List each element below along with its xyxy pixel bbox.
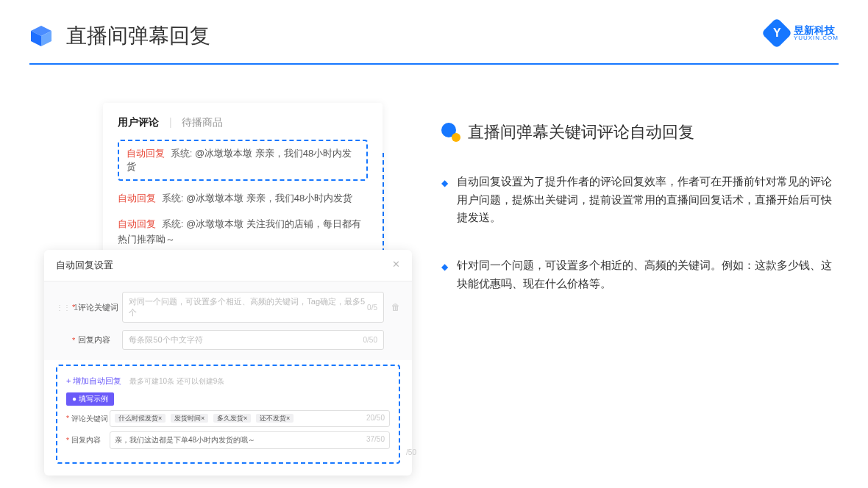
header-divider bbox=[29, 63, 839, 65]
example-content-input: 亲，我们这边都是下单48小时内发货的哦～ 37/50 bbox=[110, 431, 390, 449]
description-paragraph: ◆ 针对同一个问题，可设置多个相近的、高频的关键词。例如：这款多少钱、这块能优惠… bbox=[441, 256, 839, 293]
section-heading: 直播间弹幕关键词评论自动回复 bbox=[441, 121, 839, 143]
brand-logo: Y 昱新科技 YUUXIN.COM bbox=[766, 22, 839, 44]
content-counter: 0/50 bbox=[363, 336, 377, 344]
example-keyword-counter: 20/50 bbox=[366, 414, 385, 423]
required-star: * bbox=[72, 303, 75, 312]
system-label: 系统: bbox=[162, 193, 184, 204]
keyword-row: ⋮⋮1 * 评论关键词 对同一个问题，可设置多个相近、高频的关键词，Tag确定，… bbox=[56, 292, 400, 323]
drag-handle-icon[interactable]: ⋮⋮ bbox=[56, 304, 71, 312]
required-star: * bbox=[72, 336, 75, 345]
bubble-icon bbox=[441, 123, 460, 142]
example-block: + 增加自动回复 最多可建10条 还可以创建9条 ● 填写示例 * 评论关键词 … bbox=[56, 365, 400, 464]
panel-tabs: 用户评论 | 待播商品 bbox=[118, 116, 368, 129]
auto-reply-tag: 自动回复 bbox=[127, 148, 165, 159]
reply-text: @冰墩墩本墩 亲亲，我们48小时内发货 bbox=[186, 193, 352, 204]
system-label: 系统: bbox=[162, 218, 184, 229]
comments-panel: 用户评论 | 待播商品 自动回复 系统: @冰墩墩本墩 亲亲，我们48小时内发货… bbox=[103, 103, 383, 262]
required-star: * bbox=[66, 437, 69, 445]
example-content-counter: 37/50 bbox=[366, 435, 385, 445]
reply-item: 自动回复 系统: @冰墩墩本墩 亲亲，我们48小时内发货 bbox=[118, 191, 368, 207]
add-auto-reply-link[interactable]: + 增加自动回复 bbox=[66, 376, 121, 385]
cube-icon bbox=[29, 24, 53, 48]
tag-chip: 什么时候发货× bbox=[115, 414, 166, 423]
placeholder-text: 每条限50个中文字符 bbox=[129, 334, 202, 345]
diamond-bullet-icon: ◆ bbox=[441, 259, 448, 293]
description-paragraph: ◆ 自动回复设置为了提升作者的评论回复效率，作者可在开播前针对常见的评论用户问题… bbox=[441, 173, 839, 227]
content-input[interactable]: 每条限50个中文字符 0/50 bbox=[122, 330, 384, 350]
paragraph-text: 针对同一个问题，可设置多个相近的、高频的关键词。例如：这款多少钱、这块能优惠吗、… bbox=[457, 256, 839, 293]
tab-separator: | bbox=[169, 116, 172, 128]
tab-pending-goods[interactable]: 待播商品 bbox=[182, 116, 223, 128]
section-title: 直播间弹幕关键词评论自动回复 bbox=[468, 121, 694, 143]
keyword-counter: 0/5 bbox=[367, 304, 377, 312]
required-star: * bbox=[66, 415, 69, 423]
delete-icon[interactable]: 🗑 bbox=[391, 302, 400, 312]
highlighted-reply: 自动回复 系统: @冰墩墩本墩 亲亲，我们48小时内发货 bbox=[118, 140, 368, 181]
tag-chip: 还不发货× bbox=[256, 414, 294, 423]
example-content-text: 亲，我们这边都是下单48小时内发货的哦～ bbox=[115, 435, 255, 445]
close-icon[interactable]: ✕ bbox=[392, 259, 400, 272]
content-label: 回复内容 bbox=[78, 334, 122, 345]
tab-user-comments[interactable]: 用户评论 bbox=[118, 116, 159, 128]
auto-reply-tag: 自动回复 bbox=[118, 218, 156, 229]
auto-reply-tag: 自动回复 bbox=[118, 193, 156, 204]
example-content-label: 回复内容 bbox=[71, 435, 110, 445]
example-keyword-row: * 评论关键词 什么时候发货× 发货时间× 多久发货× 还不发货× 20/50 bbox=[66, 410, 390, 427]
keyword-input[interactable]: 对同一个问题，可设置多个相近、高频的关键词，Tag确定，最多5个 0/5 bbox=[122, 292, 384, 323]
page-title: 直播间弹幕回复 bbox=[66, 22, 210, 50]
example-badge: ● 填写示例 bbox=[66, 392, 114, 406]
reply-item: 自动回复 系统: @冰墩墩本墩 关注我们的店铺，每日都有热门推荐呦～ bbox=[118, 217, 368, 248]
diamond-bullet-icon: ◆ bbox=[441, 176, 448, 227]
system-label: 系统: bbox=[171, 148, 193, 159]
keyword-label: 评论关键词 bbox=[78, 302, 122, 313]
tag-chip: 多久发货× bbox=[213, 414, 251, 423]
tag-chip: 发货时间× bbox=[171, 414, 208, 423]
content-row: * 回复内容 每条限50个中文字符 0/50 🗑 bbox=[56, 330, 400, 350]
example-content-row: * 回复内容 亲，我们这边都是下单48小时内发货的哦～ 37/50 bbox=[66, 431, 390, 449]
example-keyword-label: 评论关键词 bbox=[71, 414, 110, 424]
placeholder-text: 对同一个问题，可设置多个相近、高频的关键词，Tag确定，最多5个 bbox=[129, 296, 367, 318]
logo-text-cn: 昱新科技 bbox=[794, 25, 839, 35]
logo-badge-icon: Y bbox=[761, 18, 792, 49]
outer-counter: /50 bbox=[406, 448, 416, 456]
logo-text-en: YUUXIN.COM bbox=[794, 35, 839, 41]
auto-reply-settings-modal: 自动回复设置 ✕ ⋮⋮1 * 评论关键词 对同一个问题，可设置多个相近、高频的关… bbox=[44, 250, 412, 476]
modal-title: 自动回复设置 bbox=[56, 259, 113, 272]
paragraph-text: 自动回复设置为了提升作者的评论回复效率，作者可在开播前针对常见的评论用户问题，提… bbox=[457, 173, 839, 227]
add-hint-text: 最多可建10条 还可以创建9条 bbox=[129, 377, 224, 385]
example-keyword-input: 什么时候发货× 发货时间× 多久发货× 还不发货× 20/50 bbox=[110, 410, 390, 427]
